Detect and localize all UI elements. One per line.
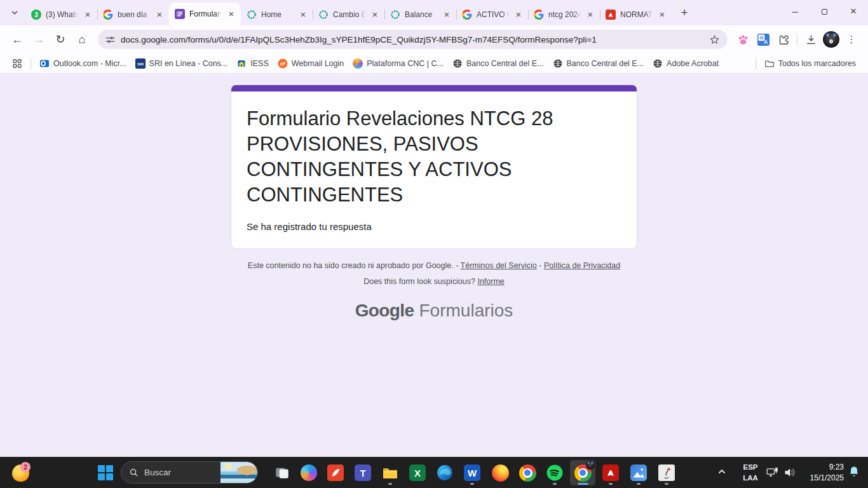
- tab-close-icon[interactable]: ×: [657, 10, 667, 20]
- window-controls: ─ ×: [780, 0, 868, 23]
- home-button[interactable]: ⌂: [71, 29, 93, 50]
- tab-cambio[interactable]: Cambio Ej ×: [313, 4, 384, 25]
- forward-button[interactable]: →: [28, 29, 50, 50]
- bookmark-star-icon[interactable]: [709, 34, 720, 45]
- privacy-link[interactable]: Política de Privacidad: [544, 261, 620, 270]
- tab-close-icon[interactable]: ×: [442, 10, 452, 20]
- acrobat-icon[interactable]: [598, 460, 623, 485]
- page-content: Formulario Revelaciones NTCG 28 PROVISIO…: [0, 74, 868, 457]
- tab-label: Formulari: [189, 10, 222, 18]
- bookmark-sri[interactable]: SRI SRI en Línea - Cons...: [131, 57, 233, 71]
- tab-home[interactable]: Home ×: [241, 4, 313, 25]
- url-text[interactable]: docs.google.com/forms/u/0/d/e/1FAIpQLSc3…: [121, 35, 703, 44]
- browser-menu-icon[interactable]: ⋮: [841, 29, 862, 50]
- restore-button[interactable]: [810, 0, 839, 23]
- tab-close-icon[interactable]: ×: [370, 10, 380, 20]
- tab-close-icon[interactable]: ×: [154, 10, 165, 20]
- tab-formulario-active[interactable]: Formulari ×: [169, 3, 241, 25]
- back-button[interactable]: ←: [6, 29, 28, 50]
- tab-close-icon[interactable]: ×: [83, 10, 93, 20]
- address-bar[interactable]: docs.google.com/forms/u/0/d/e/1FAIpQLSc3…: [98, 30, 728, 49]
- search-icon: [129, 468, 139, 477]
- edge-icon[interactable]: [432, 460, 458, 485]
- photos-icon[interactable]: [626, 460, 651, 485]
- svg-text:G: G: [759, 35, 763, 41]
- tab-label: NORMATI: [620, 10, 653, 19]
- firefox-icon[interactable]: [487, 460, 513, 485]
- tray-chevron-up-icon[interactable]: [717, 466, 731, 479]
- network-icon[interactable]: [766, 466, 779, 479]
- reload-button[interactable]: ↻: [50, 29, 71, 50]
- java-app-icon[interactable]: [654, 460, 679, 485]
- tab-close-icon[interactable]: ×: [585, 10, 595, 20]
- tab-search-chevron-icon[interactable]: [5, 3, 24, 22]
- taskbar-search[interactable]: Buscar: [121, 461, 258, 484]
- bookmark-banco-central-1[interactable]: Banco Central del E...: [448, 57, 548, 71]
- tab-label: Balance: [405, 10, 437, 19]
- avatar-image: [823, 31, 839, 48]
- tab-ntcg[interactable]: ntcg 2024 ×: [528, 4, 600, 25]
- outlook-icon: [39, 58, 50, 69]
- language-indicator[interactable]: ESP LAA: [740, 462, 761, 483]
- bookmark-iess[interactable]: IESS: [232, 57, 273, 71]
- svg-text:A: A: [764, 38, 768, 44]
- taskbar: 2 Buscar T X W ESP LAA: [0, 457, 868, 488]
- site-info-icon[interactable]: [105, 35, 115, 44]
- task-view-icon[interactable]: [269, 460, 295, 485]
- tab-close-icon[interactable]: ×: [226, 9, 236, 19]
- tray-clock[interactable]: 9:23 15/1/2025: [799, 462, 844, 484]
- notification-bell-icon[interactable]: [848, 465, 860, 479]
- tab-label: Home: [261, 10, 294, 19]
- widgets-weather-icon[interactable]: 2: [8, 460, 33, 485]
- globe-icon: [452, 58, 463, 69]
- close-window-button[interactable]: ×: [839, 0, 868, 23]
- new-tab-button[interactable]: +: [675, 3, 694, 22]
- translate-icon[interactable]: GA: [753, 29, 773, 50]
- folder-icon: [764, 58, 775, 69]
- tab-label: buen día: [118, 10, 150, 19]
- bookmark-outlook[interactable]: Outlook.com - Micr...: [35, 57, 131, 71]
- extensions-puzzle-icon[interactable]: [773, 29, 794, 50]
- google-forms-favicon: [175, 9, 185, 19]
- spotify-icon[interactable]: [542, 460, 567, 485]
- word-icon[interactable]: W: [459, 460, 485, 485]
- tab-normativa[interactable]: NORMATI ×: [600, 4, 672, 25]
- tab-label: (3) Whats: [46, 10, 78, 19]
- tab-balance[interactable]: Balance ×: [384, 4, 456, 25]
- file-explorer-icon[interactable]: [377, 460, 403, 485]
- tab-close-icon[interactable]: ×: [513, 10, 524, 20]
- apps-grid-icon[interactable]: [8, 57, 27, 71]
- bookmark-banco-central-2[interactable]: Banco Central del E...: [548, 57, 649, 71]
- pink-extension-icon[interactable]: [733, 29, 753, 50]
- globe-icon: [653, 58, 663, 69]
- minimize-button[interactable]: ─: [780, 0, 810, 23]
- chrome-active-icon[interactable]: [570, 460, 595, 485]
- teal-gear-favicon: [318, 10, 329, 20]
- tab-buen-dia[interactable]: buen día ×: [97, 4, 169, 25]
- all-bookmarks-button[interactable]: Todos los marcadores: [760, 57, 860, 71]
- bookmark-webmail[interactable]: cP Webmail Login: [273, 57, 348, 71]
- downloads-icon[interactable]: [801, 29, 821, 50]
- bookmark-adobe-acrobat[interactable]: Adobe Acrobat: [648, 57, 723, 71]
- tab-activo[interactable]: ACTIVO C ×: [456, 4, 528, 25]
- tab-close-icon[interactable]: ×: [298, 10, 308, 20]
- report-link[interactable]: Informe: [477, 277, 504, 286]
- google-favicon: [534, 10, 544, 20]
- pdf-editor-icon[interactable]: [323, 460, 348, 485]
- terms-link[interactable]: Términos del Servicio: [461, 261, 537, 270]
- copilot-icon[interactable]: [296, 460, 322, 485]
- profile-avatar[interactable]: [821, 29, 841, 50]
- start-button[interactable]: [93, 460, 118, 485]
- tab-whatsapp[interactable]: 3 (3) Whats ×: [25, 4, 97, 25]
- cpanel-icon: cP: [278, 58, 288, 69]
- volume-icon[interactable]: [783, 466, 796, 479]
- browser-toolbar: ← → ↻ ⌂ docs.google.com/forms/u/0/d/e/1F…: [0, 25, 868, 53]
- bookmarks-bar: Outlook.com - Micr... SRI SRI en Línea -…: [0, 53, 868, 74]
- teams-icon[interactable]: T: [350, 460, 376, 485]
- whatsapp-favicon: 3: [31, 10, 41, 20]
- toolbar-divider: [797, 34, 797, 45]
- bookmark-cnc[interactable]: Plataforma CNC | C...: [348, 57, 448, 71]
- excel-icon[interactable]: X: [405, 460, 430, 485]
- chrome-icon[interactable]: [515, 460, 540, 485]
- search-daily-image[interactable]: [220, 462, 257, 483]
